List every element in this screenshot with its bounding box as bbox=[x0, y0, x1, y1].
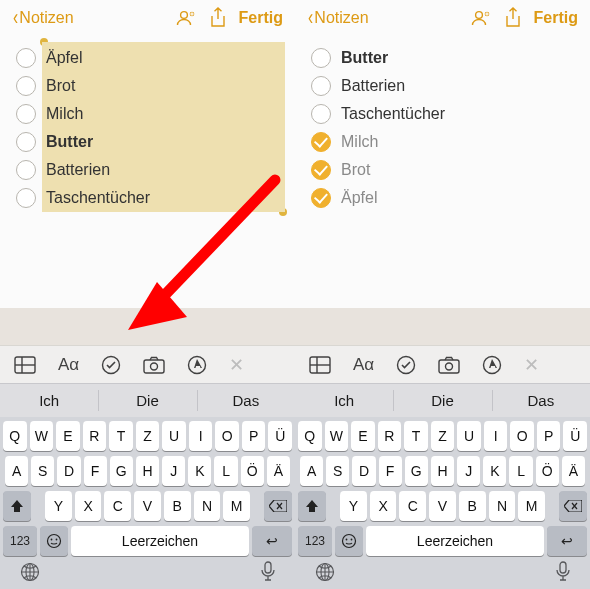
key-b[interactable]: B bbox=[459, 491, 486, 521]
key-m[interactable]: M bbox=[223, 491, 250, 521]
key-j[interactable]: J bbox=[457, 456, 480, 486]
key-x[interactable]: X bbox=[75, 491, 102, 521]
emoji-key[interactable] bbox=[335, 526, 363, 556]
note-body[interactable]: ÄpfelBrotMilchButterBatterienTaschentüch… bbox=[0, 36, 295, 308]
checkbox-empty-icon[interactable] bbox=[16, 48, 36, 68]
numbers-key[interactable]: 123 bbox=[3, 526, 37, 556]
key-a[interactable]: A bbox=[300, 456, 323, 486]
key-i[interactable]: I bbox=[189, 421, 213, 451]
share-button[interactable] bbox=[498, 7, 528, 29]
key-g[interactable]: G bbox=[405, 456, 428, 486]
key-o[interactable]: O bbox=[510, 421, 534, 451]
checklist-item[interactable]: Brot bbox=[309, 156, 576, 184]
key-f[interactable]: F bbox=[379, 456, 402, 486]
text-format-button[interactable]: Aα bbox=[353, 355, 374, 375]
key-v[interactable]: V bbox=[429, 491, 456, 521]
key-n[interactable]: N bbox=[194, 491, 221, 521]
prediction-3[interactable]: Das bbox=[492, 384, 590, 417]
key-p[interactable]: P bbox=[537, 421, 561, 451]
checkbox-empty-icon[interactable] bbox=[311, 104, 331, 124]
key-x[interactable]: X bbox=[370, 491, 397, 521]
return-key[interactable]: ↩ bbox=[252, 526, 292, 556]
table-button[interactable] bbox=[309, 356, 331, 374]
camera-button[interactable] bbox=[438, 356, 460, 374]
done-button[interactable]: Fertig bbox=[528, 9, 584, 27]
key-ü[interactable]: Ü bbox=[268, 421, 292, 451]
collaborate-button[interactable] bbox=[464, 8, 498, 28]
key-u[interactable]: U bbox=[457, 421, 481, 451]
prediction-1[interactable]: Ich bbox=[295, 384, 393, 417]
key-l[interactable]: L bbox=[509, 456, 532, 486]
checklist-button[interactable] bbox=[396, 355, 416, 375]
checklist-button[interactable] bbox=[101, 355, 121, 375]
key-r[interactable]: R bbox=[378, 421, 402, 451]
prediction-1[interactable]: Ich bbox=[0, 384, 98, 417]
emoji-key[interactable] bbox=[40, 526, 68, 556]
return-key[interactable]: ↩ bbox=[547, 526, 587, 556]
key-k[interactable]: K bbox=[188, 456, 211, 486]
table-button[interactable] bbox=[14, 356, 36, 374]
key-w[interactable]: W bbox=[30, 421, 54, 451]
key-s[interactable]: S bbox=[326, 456, 349, 486]
key-c[interactable]: C bbox=[399, 491, 426, 521]
prediction-2[interactable]: Die bbox=[98, 384, 196, 417]
close-keyboard-button[interactable]: ✕ bbox=[229, 354, 244, 376]
dictation-key[interactable] bbox=[555, 561, 571, 583]
text-format-button[interactable]: Aα bbox=[58, 355, 79, 375]
key-y[interactable]: Y bbox=[340, 491, 367, 521]
backspace-key[interactable] bbox=[559, 491, 587, 521]
checkbox-checked-icon[interactable] bbox=[311, 160, 331, 180]
back-button[interactable]: ‹ Notizen bbox=[301, 7, 375, 29]
shift-key[interactable] bbox=[298, 491, 326, 521]
key-g[interactable]: G bbox=[110, 456, 133, 486]
key-l[interactable]: L bbox=[214, 456, 237, 486]
back-button[interactable]: ‹ Notizen bbox=[6, 7, 80, 29]
key-r[interactable]: R bbox=[83, 421, 107, 451]
key-d[interactable]: D bbox=[57, 456, 80, 486]
checkbox-empty-icon[interactable] bbox=[311, 48, 331, 68]
key-d[interactable]: D bbox=[352, 456, 375, 486]
key-t[interactable]: T bbox=[404, 421, 428, 451]
close-keyboard-button[interactable]: ✕ bbox=[524, 354, 539, 376]
globe-key[interactable] bbox=[314, 561, 336, 583]
prediction-2[interactable]: Die bbox=[393, 384, 491, 417]
checkbox-checked-icon[interactable] bbox=[311, 188, 331, 208]
checklist-item[interactable]: Batterien bbox=[309, 72, 576, 100]
share-button[interactable] bbox=[203, 7, 233, 29]
key-z[interactable]: Z bbox=[431, 421, 455, 451]
key-ä[interactable]: Ä bbox=[562, 456, 585, 486]
key-k[interactable]: K bbox=[483, 456, 506, 486]
space-key[interactable]: Leerzeichen bbox=[71, 526, 249, 556]
camera-button[interactable] bbox=[143, 356, 165, 374]
key-h[interactable]: H bbox=[431, 456, 454, 486]
globe-key[interactable] bbox=[19, 561, 41, 583]
shift-key[interactable] bbox=[3, 491, 31, 521]
key-z[interactable]: Z bbox=[136, 421, 160, 451]
prediction-3[interactable]: Das bbox=[197, 384, 295, 417]
backspace-key[interactable] bbox=[264, 491, 292, 521]
key-q[interactable]: Q bbox=[3, 421, 27, 451]
key-ö[interactable]: Ö bbox=[536, 456, 559, 486]
checkbox-checked-icon[interactable] bbox=[311, 132, 331, 152]
checklist-item[interactable]: Taschentücher bbox=[309, 100, 576, 128]
key-s[interactable]: S bbox=[31, 456, 54, 486]
collaborate-button[interactable] bbox=[169, 8, 203, 28]
key-ä[interactable]: Ä bbox=[267, 456, 290, 486]
numbers-key[interactable]: 123 bbox=[298, 526, 332, 556]
key-m[interactable]: M bbox=[518, 491, 545, 521]
key-i[interactable]: I bbox=[484, 421, 508, 451]
checklist-item[interactable]: Butter bbox=[309, 44, 576, 72]
key-y[interactable]: Y bbox=[45, 491, 72, 521]
checkbox-empty-icon[interactable] bbox=[16, 160, 36, 180]
key-f[interactable]: F bbox=[84, 456, 107, 486]
key-b[interactable]: B bbox=[164, 491, 191, 521]
key-n[interactable]: N bbox=[489, 491, 516, 521]
key-v[interactable]: V bbox=[134, 491, 161, 521]
checkbox-empty-icon[interactable] bbox=[16, 188, 36, 208]
markup-button[interactable] bbox=[187, 355, 207, 375]
dictation-key[interactable] bbox=[260, 561, 276, 583]
checklist-item[interactable]: Milch bbox=[309, 128, 576, 156]
key-t[interactable]: T bbox=[109, 421, 133, 451]
key-p[interactable]: P bbox=[242, 421, 266, 451]
key-a[interactable]: A bbox=[5, 456, 28, 486]
